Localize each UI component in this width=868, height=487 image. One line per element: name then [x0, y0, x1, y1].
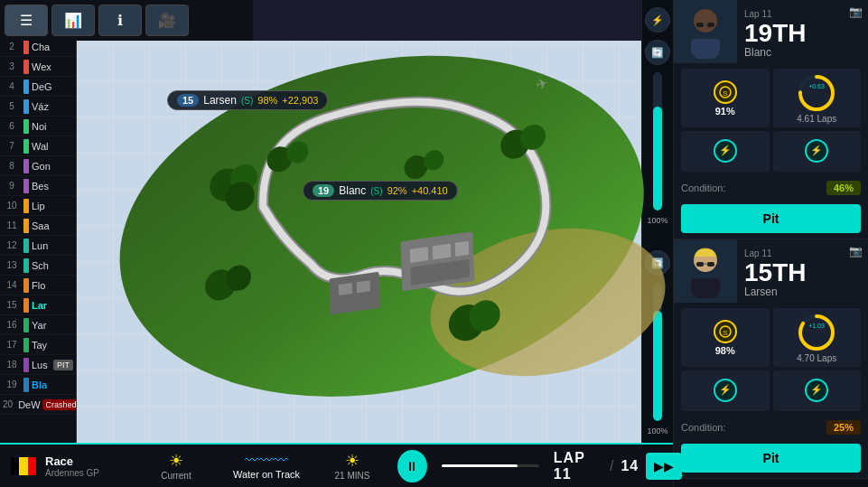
camera-icon-larsen: 📷 — [849, 245, 863, 258]
flag-black — [11, 457, 19, 475]
mini-dot-8 — [23, 159, 29, 173]
mini-name-15: Lar — [32, 300, 73, 311]
larsen-pit-button[interactable]: Pit — [681, 444, 861, 473]
svg-text:S: S — [723, 329, 727, 337]
blanc-speed-icon: ⚡ — [805, 139, 828, 163]
mini-dot-7 — [23, 139, 29, 154]
mini-pos-9: 9 — [3, 181, 21, 191]
mini-row-12: 12 Lun — [0, 236, 76, 256]
race-subtitle: Ardennes GP — [45, 468, 99, 478]
race-title: Race — [45, 454, 99, 468]
mini-pos-18: 18 — [3, 360, 21, 370]
info-button[interactable]: ℹ — [98, 5, 142, 36]
larsen-speed-icon: ⚡ — [805, 379, 828, 402]
map-label-19-icon: (S) — [370, 186, 382, 196]
mini-row-9: 9 Bes — [0, 176, 76, 196]
fast-forward-button[interactable]: ▶▶ — [646, 453, 682, 480]
camera-button[interactable]: 🎥 — [145, 5, 189, 36]
mini-dot-11 — [23, 219, 29, 233]
mini-dot-5 — [23, 99, 29, 114]
mini-dot-18 — [23, 358, 29, 372]
mini-dot-13 — [23, 258, 29, 273]
larsen-laps-value: 4.70 Laps — [797, 353, 836, 363]
mini-row-5: 5 Váz — [0, 97, 76, 117]
mini-dot-10 — [23, 199, 29, 213]
larsen-position: 15TH — [744, 260, 861, 286]
mini-row-20: 20 DeW Crashed — [0, 395, 76, 415]
mini-name-9: Bes — [32, 181, 73, 192]
mini-dot-19 — [23, 378, 29, 392]
time-sun-icon: ☀ — [345, 451, 359, 471]
mini-pos-11: 11 — [3, 220, 21, 230]
mini-dot-15 — [23, 298, 29, 313]
larsen-condition-row: Condition: 25% — [674, 417, 868, 440]
lap-controls: ⏸ LAP 11 / 14 ▶▶ — [388, 450, 691, 482]
camera-icon: 🎥 — [158, 12, 176, 29]
menu-icon: ☰ — [20, 12, 33, 29]
center-bar-btn1[interactable]: ⚡ — [645, 7, 670, 33]
mini-pos-13: 13 — [3, 260, 21, 270]
lap-separator: / — [610, 458, 613, 474]
mini-pos-15: 15 — [3, 300, 21, 310]
mini-pos-19: 19 — [3, 379, 21, 389]
mini-pos-8: 8 — [3, 161, 21, 171]
larsen-ers-box: ⚡ — [681, 370, 770, 411]
pause-button[interactable]: ⏸ — [397, 450, 427, 482]
toolbar: ☰ 📊 ℹ 🎥 — [0, 0, 253, 41]
water-section: 〰〰〰 Water on Track — [217, 453, 316, 480]
blanc-laps-value: 4.61 Laps — [797, 114, 836, 124]
mini-row-4: 4 DeG — [0, 77, 76, 97]
blanc-condition-row: Condition: 46% — [674, 177, 868, 201]
blanc-fuel-value: 91% — [715, 106, 735, 117]
map-label-15-icon: (S) — [241, 96, 253, 106]
svg-rect-37 — [691, 278, 720, 291]
larsen-ers-icon: ⚡ — [714, 379, 737, 402]
mini-name-17: Tay — [32, 340, 73, 351]
svg-text:+1.03: +1.03 — [808, 323, 825, 329]
blanc-lap-info: Lap 11 — [744, 9, 861, 19]
mini-badge-18: PIT — [53, 360, 73, 370]
menu-button[interactable]: ☰ — [5, 5, 48, 36]
race-info: Race Ardennes GP — [0, 454, 135, 478]
mini-pos-5: 5 — [3, 101, 21, 111]
driver-card-larsen: Lap 11 15TH Larsen 📷 S 98% — [674, 239, 868, 479]
mini-name-13: Sch — [32, 260, 73, 271]
mini-dot-2 — [23, 40, 29, 54]
svg-rect-8 — [339, 283, 352, 295]
svg-rect-28 — [707, 23, 714, 27]
lap-total: 14 — [621, 458, 639, 474]
mini-row-17: 17 Tay — [0, 335, 76, 355]
mini-name-12: Lun — [32, 240, 73, 251]
map-label-19-pct: 92% — [387, 185, 407, 196]
mini-pos-17: 17 — [3, 340, 21, 350]
svg-rect-5 — [455, 241, 470, 257]
mini-panel: Mini 1 Sha 2 Cha 3 Wex 4 DeG 5 Váz 6 — [0, 0, 77, 443]
mini-name-5: Váz — [32, 101, 73, 112]
mini-name-4: DeG — [32, 81, 73, 92]
blanc-condition-badge: 46% — [826, 181, 861, 195]
map-label-15-delta: +22,903 — [282, 95, 318, 106]
mini-badge-20: Crashed — [42, 399, 77, 410]
stats-button[interactable]: 📊 — [51, 5, 95, 36]
flag-red — [28, 457, 36, 475]
larsen-name: Larsen — [744, 286, 861, 298]
flag-yellow — [19, 457, 27, 475]
water-label: Water on Track — [233, 469, 300, 480]
camera-icon-blanc: 📷 — [849, 5, 863, 18]
larsen-lap-info: Lap 11 — [744, 248, 861, 258]
mini-row-16: 16 Yar — [0, 315, 76, 335]
svg-rect-39 — [707, 262, 714, 267]
blanc-pit-button[interactable]: Pit — [681, 204, 861, 233]
svg-rect-26 — [691, 39, 720, 52]
mini-dot-12 — [23, 239, 29, 253]
svg-rect-9 — [357, 280, 370, 293]
mini-pos-6: 6 — [3, 121, 21, 131]
bottom-bar: Race Ardennes GP ☀ Current 〰〰〰 Water on … — [0, 443, 673, 487]
mini-name-14: Flo — [32, 280, 73, 291]
svg-rect-4 — [433, 244, 452, 260]
ff-icon: ▶▶ — [654, 459, 674, 473]
lap-current: LAP 11 — [554, 450, 602, 482]
mini-name-10: Lip — [32, 201, 73, 211]
larsen-fuel-value: 98% — [715, 345, 735, 356]
mini-name-6: Noi — [32, 121, 73, 132]
